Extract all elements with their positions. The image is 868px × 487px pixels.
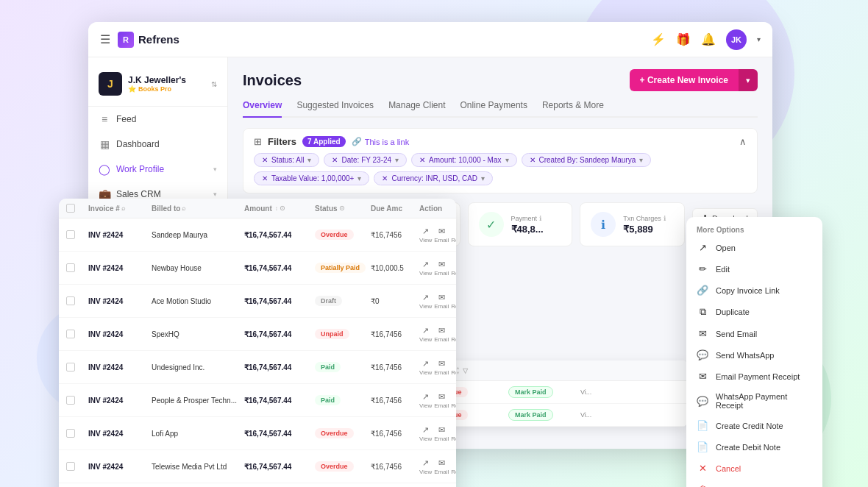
- col-header-invoice[interactable]: Invoice # ⌕: [88, 205, 147, 213]
- tab-reports[interactable]: Reports & More: [542, 100, 604, 118]
- col-header-billed[interactable]: Billed to ⌕: [152, 205, 240, 213]
- col-search-icon[interactable]: ⌕: [182, 205, 185, 212]
- remind-action[interactable]: 🔔Remind: [451, 326, 456, 343]
- email-action[interactable]: ✉Email: [434, 227, 449, 244]
- tab-overview[interactable]: Overview: [243, 100, 282, 118]
- view-link[interactable]: Vi...: [580, 411, 591, 419]
- lightning-icon[interactable]: ⚡: [651, 32, 666, 46]
- due-amount: ₹16,7456: [371, 363, 415, 372]
- context-menu-item-email-payment-receipt[interactable]: ✉Email Payment Receipt: [686, 366, 822, 387]
- context-menu-item-whatsapp-payment-receipt[interactable]: 💬WhatsApp Payment Receipt: [686, 387, 822, 415]
- col-header-due[interactable]: Due Amc: [371, 205, 415, 213]
- row-checkbox[interactable]: [66, 429, 75, 438]
- txn-stat-icon: ℹ: [601, 218, 605, 232]
- email-action[interactable]: ✉Email: [434, 425, 449, 442]
- context-menu-item-create-credit-note[interactable]: 📄Create Credit Note: [686, 415, 822, 436]
- sidebar-item-dashboard[interactable]: ▦ Dashboard: [88, 132, 227, 157]
- row-checkbox[interactable]: [66, 396, 75, 405]
- context-menu-item-delete[interactable]: 🗑Delete: [686, 479, 822, 487]
- create-invoice-chevron-button[interactable]: ▾: [739, 69, 758, 91]
- this-is-link[interactable]: 🔗 This is a link: [352, 137, 410, 146]
- table-row: INV #2424 People & Prosper Techn... ₹16,…: [59, 384, 456, 417]
- context-menu-item-cancel[interactable]: ✕Cancel: [686, 458, 822, 479]
- collapse-icon[interactable]: ∧: [739, 136, 747, 147]
- sidebar-item-feed[interactable]: ≡ Feed: [88, 107, 227, 132]
- billed-to: Lofi App: [152, 430, 240, 438]
- context-menu-item-send-email[interactable]: ✉Send Email: [686, 323, 822, 344]
- email-action[interactable]: ✉Email: [434, 260, 449, 277]
- view-action[interactable]: ↗View: [419, 260, 432, 277]
- invoice-number: INV #2424: [88, 297, 147, 305]
- hamburger-icon[interactable]: ☰: [100, 32, 110, 46]
- user-avatar[interactable]: JK: [726, 29, 747, 50]
- remind-action[interactable]: 🔔Remind: [451, 293, 456, 310]
- due-amount: ₹10,000.5: [371, 264, 415, 272]
- row-checkbox[interactable]: [66, 263, 75, 272]
- remind-action[interactable]: 🔔Remind: [451, 458, 456, 475]
- tab-suggested[interactable]: Suggested Invoices: [296, 100, 374, 118]
- context-menu-item-open[interactable]: ↗Open: [686, 237, 822, 258]
- company-chevron-icon[interactable]: ⇅: [211, 80, 217, 88]
- view-action[interactable]: ↗View: [419, 425, 432, 442]
- context-item-label: Duplicate: [716, 308, 750, 316]
- row-checkbox[interactable]: [66, 363, 75, 372]
- view-action[interactable]: ↗View: [419, 458, 432, 475]
- sidebar-item-work-profile[interactable]: ◯ Work Profile ▾: [88, 157, 227, 182]
- filter-tag-dropdown-icon: ▾: [395, 156, 399, 164]
- col-filter-icon[interactable]: ⊙: [280, 205, 285, 212]
- context-menu-item-send-whatsapp[interactable]: 💬Send WhatsApp: [686, 344, 822, 366]
- context-menu-item-create-debit-note[interactable]: 📄Create Debit Note: [686, 436, 822, 458]
- row-checkbox[interactable]: [66, 462, 75, 471]
- context-menu-item-copy-invoice-link[interactable]: 🔗Copy Invoice Link: [686, 280, 822, 301]
- email-action[interactable]: ✉Email: [434, 392, 449, 409]
- remind-action[interactable]: 🔔Remind: [451, 392, 456, 409]
- filter-tag-status[interactable]: ✕ Status: All ▾: [254, 153, 319, 167]
- view-link[interactable]: Vi...: [580, 388, 591, 396]
- filter-tag-amount[interactable]: ✕ Amount: 10,000 - Max ▾: [411, 153, 516, 167]
- filter-tag-date[interactable]: ✕ Date: FY 23-24 ▾: [324, 153, 407, 167]
- view-icon: ↗: [422, 227, 429, 236]
- email-action[interactable]: ✉Email: [434, 359, 449, 376]
- email-action[interactable]: ✉Email: [434, 326, 449, 343]
- tab-manage-client[interactable]: Manage Client: [388, 100, 445, 118]
- billed-to: SpexHQ: [152, 330, 240, 338]
- context-item-label: Send Email: [716, 330, 757, 338]
- view-action[interactable]: ↗View: [419, 359, 432, 376]
- view-action[interactable]: ↗View: [419, 326, 432, 343]
- filter-tag-taxable[interactable]: ✕ Taxable Value: 1,00,000+ ▾: [254, 171, 369, 185]
- create-invoice-button[interactable]: + Create New Invoice: [630, 69, 739, 91]
- col-filter-icon[interactable]: ⊙: [339, 205, 345, 212]
- context-menu-item-edit[interactable]: ✏Edit: [686, 258, 822, 280]
- gift-icon[interactable]: 🎁: [676, 32, 691, 46]
- view-action[interactable]: ↗View: [419, 392, 432, 409]
- view-action[interactable]: ↗View: [419, 293, 432, 310]
- remind-action[interactable]: 🔔Remind: [451, 227, 456, 244]
- due-amount: ₹16,7456: [371, 231, 415, 239]
- context-menu-item-duplicate[interactable]: ⧉Duplicate: [686, 301, 822, 323]
- col-search-icon[interactable]: ⌕: [121, 205, 125, 212]
- remind-action[interactable]: 🔔Remind: [451, 260, 456, 277]
- email-action[interactable]: ✉Email: [434, 458, 449, 475]
- row-checkbox[interactable]: [66, 330, 75, 338]
- filter-col-icon[interactable]: ▽: [463, 367, 468, 374]
- select-all-checkbox[interactable]: [66, 204, 75, 213]
- row-checkbox[interactable]: [66, 296, 75, 305]
- stat-label-payment: Payment ℹ: [511, 215, 562, 222]
- mark-paid-button[interactable]: Mark Paid: [508, 409, 553, 421]
- avatar-chevron-icon[interactable]: ▾: [757, 35, 761, 43]
- remind-action[interactable]: 🔔Remind: [451, 425, 456, 442]
- filters-bar: ⊞ Filters 7 Applied 🔗 This is a link ∧ ✕…: [243, 128, 758, 193]
- row-checkbox[interactable]: [66, 230, 75, 239]
- filter-tag-currency[interactable]: ✕ Currency: INR, USD, CAD ▾: [374, 171, 493, 185]
- col-header-amount[interactable]: Amount ↕ ⊙: [244, 205, 310, 213]
- filter-tag-created-by[interactable]: ✕ Created By: Sandeep Maurya ▾: [522, 153, 652, 167]
- tab-online-payments[interactable]: Online Payments: [460, 100, 527, 118]
- mark-paid-button[interactable]: Mark Paid: [508, 386, 553, 398]
- email-action[interactable]: ✉Email: [434, 293, 449, 310]
- applied-badge: 7 Applied: [302, 136, 346, 147]
- view-action[interactable]: ↗View: [419, 227, 432, 244]
- notification-icon[interactable]: 🔔: [701, 32, 716, 46]
- status-badge: Draft: [315, 296, 342, 306]
- col-header-status[interactable]: Status ⊙: [315, 205, 366, 213]
- remind-action[interactable]: 🔔Remind: [451, 359, 456, 376]
